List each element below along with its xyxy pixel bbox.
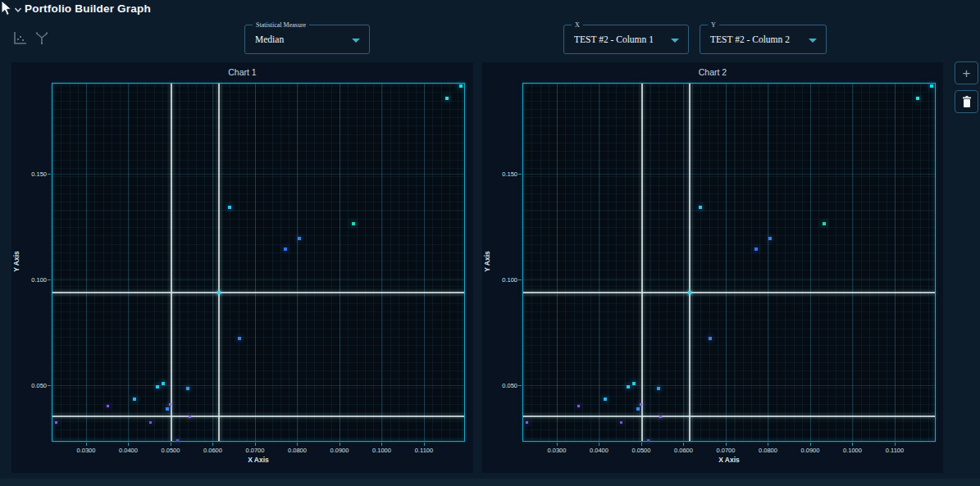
data-point bbox=[149, 421, 152, 424]
data-point bbox=[284, 248, 287, 251]
y-tick-label: 0.100 bbox=[20, 276, 47, 284]
data-point bbox=[632, 382, 636, 385]
crosshair-point bbox=[688, 291, 691, 294]
data-point bbox=[298, 237, 301, 240]
y-tick-mark bbox=[48, 279, 51, 280]
x-tick-mark bbox=[128, 443, 129, 446]
data-point bbox=[636, 407, 640, 411]
x-tick-mark bbox=[641, 443, 642, 446]
x-tick-label: 0.0600 bbox=[194, 447, 230, 454]
reference-line-vertical bbox=[218, 84, 220, 441]
data-point bbox=[709, 337, 712, 340]
y-axis-label: Y Axis bbox=[12, 179, 21, 343]
x-tick-mark bbox=[297, 443, 298, 446]
statistical-measure-select[interactable]: Statistical Measure Median bbox=[244, 25, 370, 54]
x-tick-label: 0.0500 bbox=[623, 447, 659, 454]
data-point bbox=[930, 84, 933, 88]
y-column-select[interactable]: Y TEST #2 - Column 2 bbox=[700, 25, 827, 54]
data-point bbox=[162, 382, 165, 385]
data-point bbox=[176, 439, 179, 442]
data-point bbox=[352, 222, 355, 225]
data-point bbox=[186, 387, 189, 390]
x-tick-mark bbox=[424, 443, 425, 446]
y-tick-label: 0.050 bbox=[490, 382, 517, 389]
y-tick-mark bbox=[48, 385, 51, 386]
data-point bbox=[133, 397, 136, 401]
data-point bbox=[166, 407, 169, 411]
y-tick-label: 0.150 bbox=[490, 170, 517, 178]
x-tick-label: 0.1100 bbox=[406, 447, 442, 454]
x-select-label: X bbox=[572, 21, 583, 29]
data-point bbox=[640, 403, 642, 406]
reference-line-horizontal bbox=[52, 416, 464, 417]
x-tick-label: 0.0400 bbox=[110, 447, 146, 454]
x-tick-label: 0.0800 bbox=[750, 447, 786, 454]
reference-line-horizontal bbox=[52, 292, 464, 293]
y-tick-label: 0.100 bbox=[490, 276, 517, 284]
collapse-chevron-icon[interactable] bbox=[14, 6, 22, 14]
statistical-measure-value: Median bbox=[255, 34, 284, 44]
data-point bbox=[238, 337, 241, 340]
x-tick-label: 0.0900 bbox=[792, 447, 828, 454]
reference-line-horizontal bbox=[523, 292, 935, 293]
x-tick-mark bbox=[381, 443, 382, 446]
x-axis-label: X Axis bbox=[52, 456, 465, 464]
data-point bbox=[699, 206, 702, 209]
x-tick-mark bbox=[599, 443, 599, 446]
x-tick-label: 0.0800 bbox=[279, 447, 315, 454]
reference-line-horizontal bbox=[523, 416, 935, 417]
x-tick-mark bbox=[768, 443, 768, 446]
data-point bbox=[754, 248, 758, 251]
reference-line-vertical bbox=[171, 84, 172, 441]
data-point bbox=[659, 416, 662, 418]
delete-chart-button[interactable] bbox=[955, 90, 978, 113]
add-chart-button[interactable]: + bbox=[955, 61, 978, 84]
data-point bbox=[823, 222, 826, 225]
chevron-down-icon bbox=[352, 39, 360, 43]
x-tick-mark bbox=[340, 443, 340, 446]
radial-axes-icon[interactable] bbox=[34, 30, 49, 45]
x-tick-mark bbox=[810, 443, 811, 446]
chart-panel-1: Chart 1 Y Axis X Axis 0.03000.04000.0500… bbox=[11, 62, 473, 473]
x-tick-mark bbox=[212, 443, 213, 446]
x-tick-label: 0.1000 bbox=[363, 447, 399, 454]
x-tick-label: 0.0700 bbox=[237, 447, 273, 454]
x-tick-mark bbox=[255, 443, 256, 446]
y-tick-mark bbox=[518, 385, 522, 386]
data-point bbox=[189, 416, 191, 418]
data-point bbox=[627, 385, 630, 388]
x-tick-label: 0.0500 bbox=[153, 447, 189, 454]
data-point bbox=[169, 403, 171, 406]
data-point bbox=[647, 439, 650, 442]
trash-icon bbox=[961, 96, 973, 108]
plot-area[interactable] bbox=[52, 83, 465, 442]
footer-strip bbox=[0, 479, 980, 486]
chevron-down-icon bbox=[671, 39, 679, 43]
crosshair-point bbox=[217, 291, 221, 294]
scatter-chart-icon[interactable] bbox=[13, 30, 28, 45]
data-point bbox=[156, 385, 159, 388]
x-tick-mark bbox=[557, 443, 558, 446]
plot-area[interactable] bbox=[522, 83, 936, 442]
x-column-select[interactable]: X TEST #2 - Column 1 bbox=[563, 25, 689, 54]
data-point bbox=[459, 84, 463, 88]
data-point bbox=[107, 405, 109, 407]
y-select-value: TEST #2 - Column 2 bbox=[710, 34, 790, 44]
x-select-value: TEST #2 - Column 1 bbox=[574, 34, 654, 44]
data-point bbox=[55, 421, 57, 424]
y-select-label: Y bbox=[708, 21, 719, 29]
x-tick-label: 0.0300 bbox=[539, 447, 575, 454]
data-point bbox=[445, 97, 449, 100]
data-point bbox=[577, 405, 580, 407]
chart-panel-2: Chart 2 Y Axis X Axis 0.03000.04000.0500… bbox=[482, 62, 943, 473]
mouse-cursor-icon bbox=[1, 1, 14, 17]
data-point bbox=[228, 206, 231, 209]
page-title: Portfolio Builder Graph bbox=[25, 2, 151, 15]
chart-title: Chart 2 bbox=[482, 67, 943, 77]
x-tick-label: 0.0700 bbox=[708, 447, 744, 454]
data-point bbox=[916, 97, 919, 100]
y-tick-label: 0.050 bbox=[20, 382, 47, 389]
x-tick-mark bbox=[895, 443, 896, 446]
reference-line-vertical bbox=[641, 84, 643, 441]
data-point bbox=[657, 387, 660, 390]
